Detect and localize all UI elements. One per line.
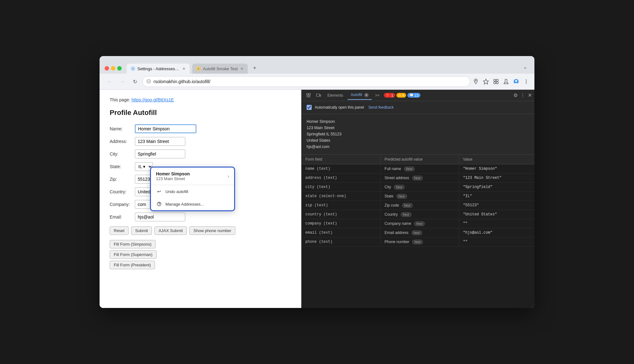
svg-rect-24	[320, 95, 321, 96]
svg-rect-7	[496, 79, 498, 81]
devtools-close-icon[interactable]: ✕	[528, 92, 532, 98]
chevron-right-icon: ›	[228, 173, 229, 179]
predicted-value-cell: Street address heur	[381, 173, 459, 183]
devtools-selector-icon[interactable]	[304, 91, 313, 100]
lab-icon[interactable]	[503, 78, 509, 85]
manage-addresses-action[interactable]: Manage Addresses...	[151, 198, 234, 210]
tab-autofill[interactable]: Autofill ✕	[348, 91, 372, 100]
table-row: zip (text) Zip code heur "55123"	[302, 201, 534, 210]
value-cell: ""	[459, 219, 534, 228]
extension-icon[interactable]	[493, 78, 499, 85]
fill-simpsons-button[interactable]: Fill Form (Simpsons)	[110, 240, 156, 248]
fill-buttons: Fill Form (Simpsons) Fill Form (Superman…	[110, 240, 291, 269]
email-row: Email:	[110, 213, 291, 221]
table-row: city (text) City heur "Springfield"	[302, 183, 534, 192]
name-input[interactable]	[135, 124, 196, 133]
city-label: City:	[110, 151, 135, 156]
tab-settings[interactable]: Settings - Addresses and mo ✕	[127, 64, 190, 74]
forward-icon: →	[120, 79, 125, 84]
heur-badge: heur	[401, 212, 412, 217]
field-name-cell: name (text)	[302, 164, 381, 173]
devtools-responsive-icon[interactable]	[314, 91, 323, 100]
chrome-menu-icon[interactable]	[523, 78, 529, 85]
email-label: Email:	[110, 214, 135, 219]
devtools-badges: 🔴 1 ⚠ 4 💬 13	[384, 93, 420, 98]
tab-list-button[interactable]: ⌄	[521, 62, 529, 71]
tab-elements[interactable]: Elements	[324, 91, 346, 100]
company-label: Company:	[110, 202, 135, 207]
suggestion-name: Homer Simpson	[156, 171, 190, 176]
error-badge: 🔴 1	[384, 93, 395, 98]
auto-open-label: Automatically open this panel	[315, 105, 364, 110]
value-cell: "Homer Simpson"	[459, 164, 534, 173]
settings-tab-close[interactable]: ✕	[182, 66, 186, 71]
city-row: City:	[110, 150, 291, 158]
star-icon[interactable]	[483, 78, 489, 85]
autofill-tab-close-btn[interactable]: ✕	[364, 93, 369, 97]
title-bar: Settings - Addresses and mo ✕ A Autofill…	[100, 56, 534, 74]
back-icon: ←	[107, 79, 112, 84]
manage-label: Manage Addresses...	[165, 202, 204, 207]
toolbar-icons	[473, 78, 529, 85]
col-form-field: Form field	[302, 155, 381, 164]
autofill-data-table: Form field Predicted autofill value Valu…	[302, 155, 534, 247]
predicted-value-cell: State heur	[381, 192, 459, 201]
refresh-button[interactable]: ↻	[130, 77, 140, 87]
address-bar[interactable]: rsolomakhin.github.io/autofill/	[142, 76, 470, 87]
profile-icon[interactable]	[513, 78, 519, 85]
warning-icon: ⚠	[398, 93, 401, 97]
fill-president-button[interactable]: Fill Form (President)	[110, 261, 155, 269]
error-icon: 🔴	[386, 93, 390, 97]
page-title: Profile Autofill	[110, 109, 291, 117]
auto-open-checkbox[interactable]	[307, 105, 312, 110]
predicted-value-cell: Full name heur	[381, 164, 459, 173]
autocomplete-suggestion[interactable]: Homer Simpson 123 Main Street ›	[151, 168, 234, 185]
value-cell: "55123"	[459, 201, 534, 210]
heur-badge: heur	[396, 194, 407, 199]
refresh-icon: ↻	[133, 79, 137, 85]
devtools-more-icon[interactable]: ⋮	[520, 92, 525, 98]
address-label: Address:	[110, 139, 135, 144]
svg-rect-23	[316, 94, 320, 96]
page-link[interactable]: https://goo.gl/B6Xs1E	[131, 97, 174, 102]
show-phone-button[interactable]: Show phone number	[189, 226, 235, 235]
profile-card: Homer Simpson 123 Main Street Springfiel…	[302, 114, 534, 155]
ajax-submit-button[interactable]: AJAX Submit	[154, 226, 187, 235]
autocomplete-dropdown: Homer Simpson 123 Main Street › ↩ Undo a…	[150, 167, 235, 211]
heur-badge: heur	[394, 185, 405, 190]
new-tab-button[interactable]: +	[250, 64, 259, 72]
send-feedback-link[interactable]: Send feedback	[368, 105, 394, 110]
table-row: phone (text) Phone number heur ""	[302, 237, 534, 247]
fill-superman-button[interactable]: Fill Form (Superman)	[110, 250, 157, 259]
minimize-window-button[interactable]	[111, 66, 115, 71]
undo-autofill-action[interactable]: ↩ Undo autofill	[151, 185, 234, 198]
col-predicted: Predicted autofill value	[381, 155, 459, 164]
autofill-tab-close[interactable]: ✕	[239, 66, 244, 71]
svg-point-0	[132, 68, 134, 70]
message-icon: 💬	[409, 93, 414, 97]
submit-button[interactable]: Submit	[131, 226, 152, 235]
city-input[interactable]	[135, 150, 185, 158]
maximize-window-button[interactable]	[117, 66, 122, 71]
predicted-value-cell: Email address heur	[381, 228, 459, 237]
field-name-cell: state (select-one)	[302, 192, 381, 201]
heur-badge: heur	[412, 176, 423, 180]
svg-marker-5	[483, 79, 488, 84]
location-bookmark-icon[interactable]	[473, 78, 479, 85]
more-tabs-button[interactable]: >>	[373, 92, 381, 99]
table-row: company (text) Company name heur ""	[302, 219, 534, 228]
close-window-button[interactable]	[105, 66, 109, 71]
action-buttons: Reset Submit AJAX Submit Show phone numb…	[110, 226, 291, 235]
value-cell: ""	[459, 237, 534, 247]
email-input[interactable]	[135, 213, 185, 221]
forward-button[interactable]: →	[117, 77, 127, 87]
devtools-settings-icon[interactable]: ⚙	[513, 92, 518, 98]
traffic-lights	[105, 66, 122, 71]
field-name-cell: address (text)	[302, 173, 381, 183]
back-button[interactable]: ←	[105, 77, 115, 87]
field-name-cell: city (text)	[302, 183, 381, 192]
tab-autofill-smoketest[interactable]: A Autofill Smoke Test ✕	[192, 64, 248, 74]
autofill-tab-label: Autofill Smoke Test	[203, 66, 238, 71]
address-input[interactable]	[135, 137, 185, 146]
reset-button[interactable]: Reset	[110, 226, 129, 235]
